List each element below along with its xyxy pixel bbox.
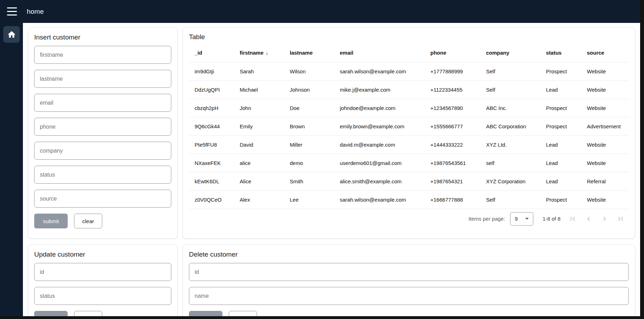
cell-status: Prospect xyxy=(540,117,581,135)
customers-table: _id firstname↓ lastname email phone comp… xyxy=(189,44,629,209)
cell-email: david.m@example.com xyxy=(334,135,425,154)
table-row: cbzqh2pH John Doe johndoe@example.com +1… xyxy=(189,99,629,117)
column-header-label: status xyxy=(546,50,562,56)
column-header-phone[interactable]: phone xyxy=(425,44,480,62)
insert-clear-button[interactable]: clear xyxy=(74,214,102,228)
last-page-icon xyxy=(616,215,625,223)
column-header-email[interactable]: email xyxy=(334,44,425,62)
cell-company: Self xyxy=(480,190,540,209)
cell-company: Self xyxy=(480,62,540,80)
cell-lastname: demo xyxy=(284,154,334,172)
cell-lastname: Lee xyxy=(284,190,334,209)
cell-phone: +1777888999 xyxy=(425,62,480,80)
first-page-button[interactable] xyxy=(565,211,581,227)
insert-card-title: Insert customer xyxy=(34,33,171,41)
caret-down-icon xyxy=(525,218,529,220)
sidebar-home-button[interactable] xyxy=(3,26,20,43)
column-header-label: _id xyxy=(195,50,202,56)
cell-firstname: John xyxy=(234,99,284,117)
cell-lastname: Wilson xyxy=(284,62,334,80)
update-id-input[interactable] xyxy=(34,263,171,281)
column-header-label: source xyxy=(587,50,604,56)
cell-source: Website xyxy=(581,190,629,209)
app-window: home Insert customer submit xyxy=(0,0,640,316)
home-icon xyxy=(7,30,16,39)
items-per-page-label: Items per page: xyxy=(468,216,505,222)
insert-company-input[interactable] xyxy=(34,142,171,160)
table-card: Table _id firstname↓ lastname email phon… xyxy=(183,27,635,239)
cell-lastname: Miller xyxy=(284,135,334,154)
column-header-label: lastname xyxy=(290,50,313,56)
cell-id: DdzUgQPI xyxy=(189,80,234,99)
table-row: kEwtK6DL Alice Smith alice.smith@example… xyxy=(189,172,629,190)
update-clear-button[interactable]: clear xyxy=(74,311,102,316)
update-card-title: Update customer xyxy=(34,251,171,258)
delete-name-input[interactable] xyxy=(189,287,629,305)
column-header-status[interactable]: status xyxy=(540,44,581,62)
cell-id: 9Q6cGk44 xyxy=(189,117,234,135)
main-content: Insert customer submit clear Table xyxy=(23,23,640,316)
cell-phone: +1555666777 xyxy=(425,117,480,135)
next-page-button[interactable] xyxy=(596,211,612,227)
column-header-company[interactable]: company xyxy=(480,44,540,62)
cell-email: emily.brown@example.com xyxy=(334,117,425,135)
last-page-button[interactable] xyxy=(612,211,628,227)
table-row: im9dGtji Sarah Wilson sarah.wilson@examp… xyxy=(189,62,629,80)
column-header-lastname[interactable]: lastname xyxy=(284,44,334,62)
delete-clear-button[interactable]: clear xyxy=(229,311,257,316)
insert-status-input[interactable] xyxy=(34,166,171,184)
insert-lastname-input[interactable] xyxy=(34,70,171,88)
delete-submit-button[interactable]: submit xyxy=(189,311,222,316)
delete-customer-card: Delete customer submit clear xyxy=(183,244,635,316)
cell-source: Website xyxy=(581,135,629,154)
cell-source: Website xyxy=(581,62,629,80)
cell-company: ABC Inc. xyxy=(480,99,540,117)
cell-lastname: Smith xyxy=(284,172,334,190)
column-header-id[interactable]: _id xyxy=(189,44,234,62)
cell-company: XYZ Ltd. xyxy=(480,135,540,154)
insert-email-input[interactable] xyxy=(34,94,171,112)
insert-source-input[interactable] xyxy=(34,190,171,208)
cell-phone: +1234567890 xyxy=(425,99,480,117)
cell-firstname: Emily xyxy=(234,117,284,135)
cell-source: Website xyxy=(581,80,629,99)
insert-phone-input[interactable] xyxy=(34,118,171,136)
cell-phone: +1444333222 xyxy=(425,135,480,154)
table-header-row: _id firstname↓ lastname email phone comp… xyxy=(189,44,629,62)
insert-customer-card: Insert customer submit clear xyxy=(28,27,178,239)
page-size-value: 9 xyxy=(515,216,517,222)
column-header-label: company xyxy=(486,50,509,56)
cell-email: alice.smith@example.com xyxy=(334,172,425,190)
page-size-select[interactable]: 9 xyxy=(510,212,533,226)
delete-id-input[interactable] xyxy=(189,263,629,281)
update-status-input[interactable] xyxy=(34,287,171,305)
cell-id: Pte5fFU8 xyxy=(189,135,234,154)
table-row: NXaxeFEK alice demo userdemo601@gmail.co… xyxy=(189,154,629,172)
cell-status: Lead xyxy=(540,80,581,99)
cell-status: Lead xyxy=(540,135,581,154)
delete-card-title: Delete customer xyxy=(189,251,629,258)
cell-status: Lead xyxy=(540,172,581,190)
cell-source: Advertisement xyxy=(581,117,629,135)
update-button-row: submit clear xyxy=(34,311,171,316)
cell-id: NXaxeFEK xyxy=(189,154,234,172)
first-page-icon xyxy=(569,215,577,223)
sidebar xyxy=(0,23,23,316)
cell-id: im9dGtji xyxy=(189,62,234,80)
column-header-firstname[interactable]: firstname↓ xyxy=(234,44,284,62)
cell-company: self xyxy=(480,154,540,172)
table-row: DdzUgQPI Michael Johnson mike.j@example.… xyxy=(189,80,629,99)
previous-page-button[interactable] xyxy=(581,211,596,227)
column-header-source[interactable]: source xyxy=(581,44,629,62)
cell-company: ABC Corporation xyxy=(480,117,540,135)
update-customer-card: Update customer submit clear xyxy=(28,244,178,316)
insert-button-row: submit clear xyxy=(34,214,171,228)
cell-email: sarah.wilson@example.com xyxy=(334,62,425,80)
menu-button[interactable] xyxy=(7,7,18,16)
update-submit-button[interactable]: submit xyxy=(34,311,68,316)
insert-firstname-input[interactable] xyxy=(34,46,171,64)
column-header-label: phone xyxy=(430,50,446,56)
insert-submit-button[interactable]: submit xyxy=(34,214,68,228)
cell-phone: +1122334455 xyxy=(425,80,480,99)
cell-phone: +19876543561 xyxy=(425,154,480,172)
